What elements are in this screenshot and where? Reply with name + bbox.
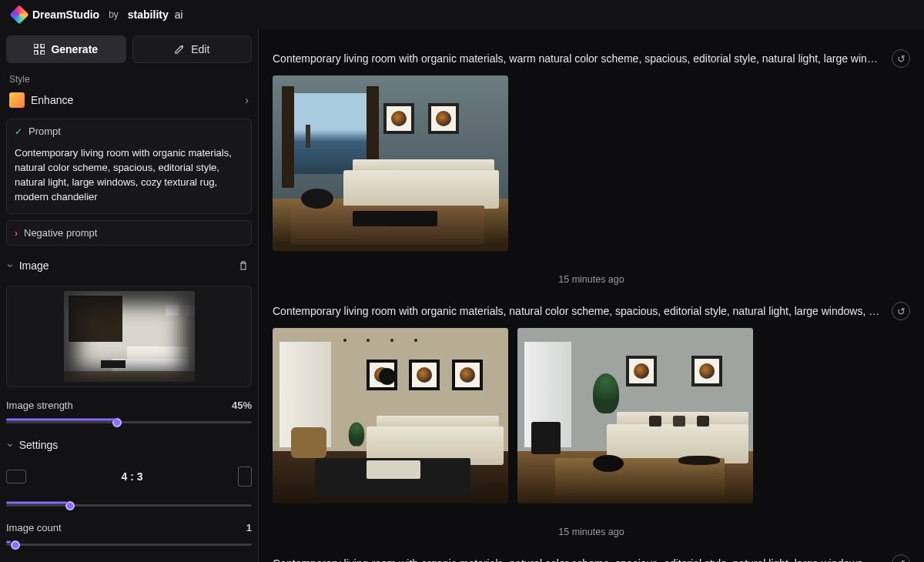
- aspect-ratio-value: 4 : 3: [34, 470, 230, 483]
- brand-suffix: ai: [175, 8, 183, 21]
- style-selected: Enhance: [31, 94, 239, 106]
- advanced-toggle[interactable]: Advanced: [6, 555, 252, 562]
- generate-tab[interactable]: Generate: [6, 35, 126, 63]
- svg-rect-3: [41, 51, 45, 55]
- aspect-portrait-icon[interactable]: [238, 467, 252, 487]
- aspect-ratio-slider[interactable]: [6, 504, 252, 507]
- svg-rect-0: [34, 44, 38, 48]
- redo-icon[interactable]: ↺: [892, 302, 910, 320]
- trash-icon[interactable]: [238, 260, 249, 271]
- negative-prompt-card[interactable]: › Negative prompt: [6, 220, 252, 246]
- style-label: Style: [6, 69, 252, 88]
- prompt-card[interactable]: ✓ Prompt Contemporary living room with o…: [6, 119, 252, 214]
- group-title: Contemporary living room with organic ma…: [273, 305, 882, 317]
- image-strength-label: Image strength: [6, 400, 73, 411]
- brand-name: DreamStudio: [32, 8, 99, 21]
- image-count-slider[interactable]: [6, 544, 252, 546]
- top-bar: DreamStudio by stability ai: [0, 0, 924, 29]
- generate-tab-label: Generate: [51, 43, 98, 55]
- image-strength-slider[interactable]: [6, 421, 252, 423]
- group-timestamp: 15 minutes ago: [273, 274, 910, 285]
- result-group: Contemporary living room with organic ma…: [273, 544, 910, 562]
- image-section-header[interactable]: › Image: [6, 252, 252, 279]
- result-group: Contemporary living room with organic ma…: [273, 291, 910, 503]
- check-icon: ✓: [15, 126, 22, 137]
- grid-icon: [34, 44, 45, 55]
- result-thumbnail[interactable]: [273, 75, 508, 251]
- redo-icon[interactable]: ↺: [892, 554, 910, 562]
- pencil-icon: [174, 44, 185, 55]
- result-group: Contemporary living room with organic ma…: [273, 38, 910, 251]
- settings-header[interactable]: › Settings: [6, 433, 252, 457]
- image-count-value: 1: [246, 522, 252, 534]
- image-header-label: Image: [19, 259, 49, 272]
- logo-icon: [9, 5, 28, 24]
- style-selector[interactable]: Enhance ›: [6, 88, 252, 112]
- group-title: Contemporary living room with organic ma…: [273, 557, 882, 562]
- svg-rect-1: [41, 44, 45, 48]
- settings-sidebar: Generate Edit Style Enhance › ✓ Prompt: [0, 29, 259, 562]
- chevron-down-icon: ›: [5, 443, 17, 447]
- result-thumbnail[interactable]: [273, 328, 508, 503]
- negative-prompt-header: Negative prompt: [24, 227, 97, 239]
- group-timestamp: 15 minutes ago: [273, 527, 910, 537]
- group-title: Contemporary living room with organic ma…: [273, 52, 882, 65]
- edit-tab[interactable]: Edit: [132, 35, 253, 63]
- chevron-right-red-icon: ›: [15, 228, 18, 239]
- aspect-landscape-icon[interactable]: [6, 470, 26, 483]
- results-pane: Contemporary living room with organic ma…: [259, 29, 924, 562]
- brand-by: by: [109, 9, 119, 20]
- edit-tab-label: Edit: [191, 43, 209, 55]
- image-strength-value: 45%: [232, 400, 252, 411]
- redo-icon[interactable]: ↺: [892, 49, 910, 68]
- brand-company: stability: [128, 8, 169, 21]
- chevron-right-icon: ›: [245, 94, 249, 106]
- style-swatch-icon: [9, 92, 25, 108]
- svg-rect-2: [34, 51, 38, 55]
- reference-image[interactable]: [6, 286, 252, 387]
- settings-label: Settings: [19, 439, 59, 451]
- prompt-text[interactable]: Contemporary living room with organic ma…: [7, 143, 251, 213]
- chevron-down-icon: ›: [5, 264, 17, 268]
- result-thumbnail[interactable]: [517, 328, 753, 503]
- image-count-label: Image count: [6, 522, 62, 534]
- prompt-header: Prompt: [28, 125, 61, 137]
